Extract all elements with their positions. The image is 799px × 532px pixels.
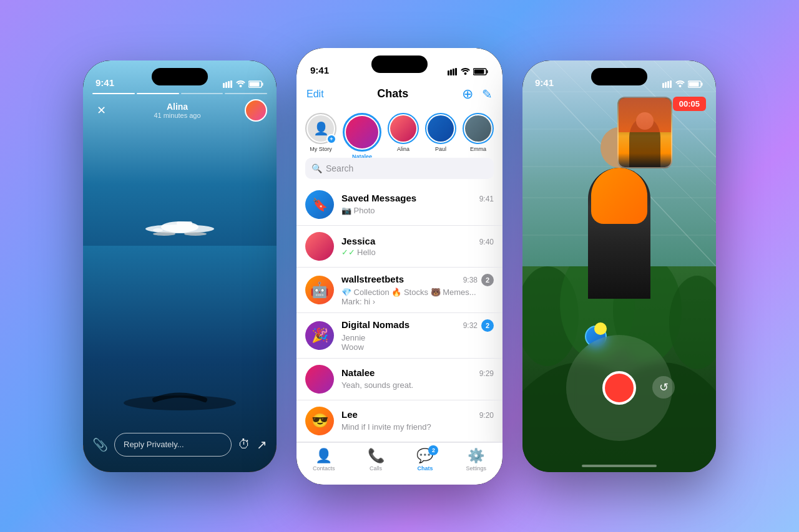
story-reply-input[interactable]: Reply Privately... — [114, 433, 232, 457]
timer-icon[interactable]: ⏱ — [238, 437, 250, 452]
add-chat-icon[interactable]: ⊕ — [462, 86, 473, 102]
record-button[interactable] — [602, 371, 636, 405]
story-plane-icon — [142, 216, 217, 238]
svg-point-5 — [184, 232, 207, 236]
status-icons-1 — [223, 80, 264, 88]
jessica-content: Jessica 9:40 ✓✓ Hello — [341, 236, 494, 257]
chats-nav-bar: Edit Chats ⊕ ✎ — [297, 80, 502, 108]
progress-bar-1 — [92, 93, 135, 94]
jessica-name: Jessica — [341, 236, 375, 246]
flip-camera-button[interactable]: ↺ — [652, 376, 675, 399]
contacts-icon: 👤 — [315, 448, 332, 464]
settings-label: Settings — [466, 465, 486, 472]
svg-rect-15 — [448, 70, 449, 75]
saved-messages-name: Saved Messages — [341, 193, 416, 203]
svg-rect-9 — [228, 81, 230, 88]
svg-rect-7 — [223, 83, 225, 88]
search-icon: 🔍 — [311, 163, 322, 173]
story-header: ✕ Alina 41 minutes ago — [83, 99, 277, 122]
story-item-my[interactable]: 👤 + My Story — [304, 113, 338, 152]
stories-row: 👤 + My Story Natalee Alina Paul — [297, 109, 502, 163]
tab-contacts[interactable]: 👤 Contacts — [313, 448, 335, 472]
wsb-content: wallstreetbets 9:38 2 💎 Collection 🔥 Sto… — [341, 274, 494, 306]
status-time-3: 9:41 — [535, 77, 554, 88]
chat-item-jessica[interactable]: Jessica 9:40 ✓✓ Hello — [297, 226, 502, 268]
wsb-avatar: 🤖 — [305, 276, 334, 304]
lee-time: 9:20 — [479, 411, 494, 420]
home-indicator-3 — [582, 465, 657, 467]
wsb-name: wallstreetbets — [341, 274, 404, 284]
story-item-natalee[interactable]: Natalee — [341, 113, 383, 160]
chat-item-wsb[interactable]: 🤖 wallstreetbets 9:38 2 💎 Collection 🔥 S… — [297, 268, 502, 313]
emma-story-label: Emma — [470, 146, 486, 152]
paul-story-label: Paul — [435, 146, 446, 152]
digital-nomads-msg: Jennie — [341, 333, 494, 342]
share-icon[interactable]: ↗ — [257, 437, 267, 452]
dynamic-island-1 — [152, 68, 208, 85]
story-item-alina[interactable]: Alina — [386, 113, 420, 152]
story-user-info: Alina 41 minutes ago — [154, 102, 200, 119]
tab-settings[interactable]: ⚙️ Settings — [466, 448, 486, 472]
settings-icon: ⚙️ — [468, 448, 484, 464]
svg-point-6 — [124, 395, 236, 410]
video-pip — [617, 97, 672, 168]
my-story-label: My Story — [310, 146, 332, 152]
natalee-msg: Yeah, sounds great. — [341, 380, 413, 390]
progress-bar-3 — [181, 93, 223, 94]
svg-rect-41 — [670, 80, 672, 88]
svg-rect-21 — [487, 70, 488, 73]
compose-icon[interactable]: ✎ — [482, 87, 493, 102]
phone-story: 9:41 ✕ Alina 41 minutes ago 📎 Reply Priv… — [83, 60, 277, 472]
natalee-name: Natalee — [341, 367, 375, 378]
story-item-emma[interactable]: Emma — [461, 113, 495, 152]
story-close-button[interactable]: ✕ — [92, 102, 110, 119]
search-bar[interactable]: 🔍 Search — [305, 158, 494, 179]
wsb-msg: 💎 Collection 🔥 Stocks 🐻 Memes... — [341, 288, 494, 297]
svg-point-4 — [153, 232, 175, 236]
svg-rect-16 — [450, 69, 452, 75]
saved-messages-avatar: 🔖 — [305, 190, 334, 219]
chat-item-saved[interactable]: 🔖 Saved Messages 9:41 📷 Photo — [297, 184, 502, 226]
tab-calls[interactable]: 📞 Calls — [368, 448, 385, 472]
search-placeholder-text: Search — [326, 163, 353, 173]
alina-story-label: Alina — [397, 146, 409, 152]
svg-rect-17 — [453, 69, 454, 75]
status-icons-3 — [662, 80, 703, 88]
wsb-time: 9:38 — [463, 276, 478, 284]
story-item-paul[interactable]: Paul — [424, 113, 458, 152]
story-progress-bars — [83, 93, 277, 94]
nav-action-icons: ⊕ ✎ — [462, 86, 493, 102]
edit-button[interactable]: Edit — [306, 89, 324, 100]
story-top-bar: ✕ Alina 41 minutes ago — [83, 93, 277, 122]
progress-bar-2 — [137, 93, 179, 94]
chat-item-lee[interactable]: 😎 Lee 9:20 Mind if I invite my friend? — [297, 400, 502, 442]
svg-rect-13 — [262, 82, 263, 85]
story-username: Alina — [167, 102, 188, 112]
story-reply-placeholder: Reply Privately... — [124, 440, 184, 449]
svg-rect-18 — [455, 68, 457, 75]
digital-nomads-msg2: Woow — [341, 342, 494, 352]
status-bar-3: 9:41 — [522, 60, 716, 93]
video-timer: 00:05 — [673, 97, 706, 111]
status-icons-2 — [448, 68, 489, 75]
tab-chats[interactable]: 💬 2 Chats — [416, 448, 433, 472]
natalee-avatar — [305, 365, 334, 394]
lee-msg: Mind if I invite my friend? — [341, 422, 431, 432]
svg-point-11 — [240, 85, 242, 87]
svg-rect-22 — [474, 69, 484, 74]
chat-item-digital-nomads[interactable]: 🎉 Digital Nomads 9:32 2 Jennie Woow — [297, 313, 502, 359]
svg-point-19 — [464, 72, 467, 75]
my-story-plus-icon: + — [326, 134, 336, 144]
attach-icon[interactable]: 📎 — [92, 437, 108, 452]
contacts-label: Contacts — [313, 465, 335, 472]
lee-content: Lee 9:20 Mind if I invite my friend? — [341, 409, 494, 432]
saved-messages-msg: 📷 Photo — [341, 206, 375, 215]
story-user-avatar — [245, 99, 267, 122]
calls-label: Calls — [370, 465, 382, 472]
natalee-content: Natalee 9:29 Yeah, sounds great. — [341, 367, 494, 390]
svg-rect-10 — [230, 80, 232, 88]
svg-rect-39 — [665, 82, 667, 88]
story-background — [83, 60, 277, 472]
chat-item-natalee[interactable]: Natalee 9:29 Yeah, sounds great. — [297, 359, 502, 400]
saved-messages-content: Saved Messages 9:41 📷 Photo — [341, 193, 494, 216]
